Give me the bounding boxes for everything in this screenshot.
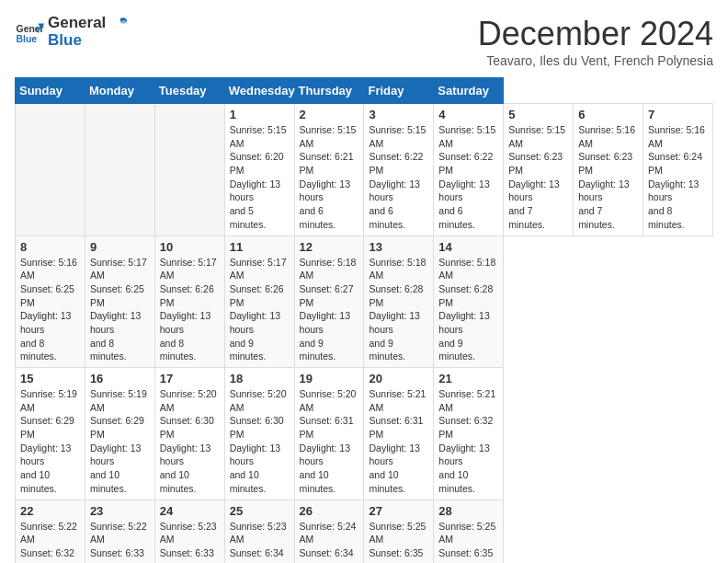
day-number: 25	[230, 504, 290, 518]
day-info: Sunrise: 5:18 AMSunset: 6:28 PMDaylight:…	[438, 256, 498, 364]
calendar-cell: 21Sunrise: 5:21 AMSunset: 6:32 PMDayligh…	[434, 368, 504, 500]
day-info: Sunrise: 5:16 AMSunset: 6:25 PMDaylight:…	[20, 256, 80, 364]
calendar-day-header: Sunday	[16, 78, 85, 104]
calendar-cell: 8Sunrise: 5:16 AMSunset: 6:25 PMDaylight…	[16, 236, 85, 368]
calendar-cell: 3Sunrise: 5:15 AMSunset: 6:22 PMDaylight…	[364, 104, 434, 236]
calendar-cell: 1Sunrise: 5:15 AMSunset: 6:20 PMDaylight…	[224, 104, 294, 236]
calendar-cell: 5Sunrise: 5:15 AMSunset: 6:23 PMDaylight…	[504, 104, 574, 236]
calendar-cell: 23Sunrise: 5:22 AMSunset: 6:33 PMDayligh…	[85, 500, 154, 563]
calendar-table: SundayMondayTuesdayWednesdayThursdayFrid…	[15, 77, 713, 563]
location-subtitle: Teavaro, Iles du Vent, French Polynesia	[478, 53, 713, 68]
day-info: Sunrise: 5:19 AMSunset: 6:29 PMDaylight:…	[20, 387, 80, 496]
day-number: 15	[20, 372, 80, 385]
calendar-cell: 18Sunrise: 5:20 AMSunset: 6:30 PMDayligh…	[224, 368, 294, 500]
calendar-day-header: Thursday	[294, 78, 364, 104]
calendar-week-row: 22Sunrise: 5:22 AMSunset: 6:32 PMDayligh…	[16, 500, 713, 563]
logo-blue: Blue	[48, 32, 129, 50]
calendar-cell: 13Sunrise: 5:18 AMSunset: 6:28 PMDayligh…	[364, 236, 434, 368]
day-number: 3	[369, 108, 428, 121]
day-info: Sunrise: 5:22 AMSunset: 6:32 PMDaylight:…	[20, 520, 80, 564]
day-number: 22	[20, 504, 80, 518]
calendar-cell	[85, 104, 154, 236]
day-info: Sunrise: 5:15 AMSunset: 6:22 PMDaylight:…	[369, 123, 428, 232]
month-title: December 2024	[478, 15, 713, 53]
calendar-cell	[16, 104, 85, 236]
calendar-day-header: Wednesday	[224, 78, 294, 104]
day-number: 27	[369, 504, 428, 518]
day-info: Sunrise: 5:15 AMSunset: 6:23 PMDaylight:…	[508, 123, 568, 232]
calendar-week-row: 8Sunrise: 5:16 AMSunset: 6:25 PMDaylight…	[16, 236, 713, 368]
day-number: 26	[300, 504, 359, 518]
calendar-day-header: Saturday	[434, 78, 504, 104]
page-header: General Blue General Blue December 2024 …	[15, 15, 713, 68]
calendar-week-row: 15Sunrise: 5:19 AMSunset: 6:29 PMDayligh…	[16, 368, 713, 500]
calendar-cell: 22Sunrise: 5:22 AMSunset: 6:32 PMDayligh…	[16, 500, 85, 563]
logo: General Blue General Blue	[15, 15, 129, 49]
day-number: 1	[230, 108, 290, 121]
calendar-cell: 24Sunrise: 5:23 AMSunset: 6:33 PMDayligh…	[154, 500, 224, 563]
calendar-cell: 17Sunrise: 5:20 AMSunset: 6:30 PMDayligh…	[154, 368, 224, 500]
calendar-cell: 2Sunrise: 5:15 AMSunset: 6:21 PMDaylight…	[294, 104, 364, 236]
day-info: Sunrise: 5:18 AMSunset: 6:27 PMDaylight:…	[300, 256, 359, 364]
logo-general: General	[48, 14, 106, 31]
calendar-cell: 10Sunrise: 5:17 AMSunset: 6:26 PMDayligh…	[154, 236, 224, 368]
day-info: Sunrise: 5:17 AMSunset: 6:26 PMDaylight:…	[230, 256, 290, 364]
day-number: 28	[438, 504, 498, 518]
day-number: 7	[648, 108, 708, 121]
calendar-cell: 19Sunrise: 5:20 AMSunset: 6:31 PMDayligh…	[294, 368, 364, 500]
day-info: Sunrise: 5:20 AMSunset: 6:30 PMDaylight:…	[160, 387, 220, 496]
calendar-day-header: Friday	[364, 78, 434, 104]
day-info: Sunrise: 5:16 AMSunset: 6:24 PMDaylight:…	[648, 123, 708, 232]
day-info: Sunrise: 5:23 AMSunset: 6:33 PMDaylight:…	[160, 520, 220, 564]
day-info: Sunrise: 5:17 AMSunset: 6:25 PMDaylight:…	[90, 256, 150, 364]
day-info: Sunrise: 5:25 AMSunset: 6:35 PMDaylight:…	[369, 520, 428, 564]
svg-text:Blue: Blue	[17, 34, 38, 44]
day-info: Sunrise: 5:19 AMSunset: 6:29 PMDaylight:…	[90, 387, 150, 496]
day-number: 5	[508, 108, 568, 121]
day-info: Sunrise: 5:16 AMSunset: 6:23 PMDaylight:…	[578, 123, 638, 232]
day-number: 17	[160, 372, 220, 385]
calendar-cell: 20Sunrise: 5:21 AMSunset: 6:31 PMDayligh…	[364, 368, 434, 500]
day-info: Sunrise: 5:20 AMSunset: 6:30 PMDaylight:…	[230, 387, 290, 496]
calendar-cell: 7Sunrise: 5:16 AMSunset: 6:24 PMDaylight…	[643, 104, 713, 236]
day-number: 4	[438, 108, 498, 121]
day-number: 19	[300, 372, 359, 385]
day-number: 2	[300, 108, 359, 121]
day-info: Sunrise: 5:15 AMSunset: 6:21 PMDaylight:…	[300, 123, 359, 232]
day-number: 24	[160, 504, 220, 518]
day-info: Sunrise: 5:21 AMSunset: 6:31 PMDaylight:…	[369, 387, 428, 496]
calendar-cell: 11Sunrise: 5:17 AMSunset: 6:26 PMDayligh…	[224, 236, 294, 368]
day-info: Sunrise: 5:15 AMSunset: 6:20 PMDaylight:…	[230, 123, 290, 232]
day-number: 16	[90, 372, 150, 385]
day-number: 13	[369, 240, 428, 254]
day-number: 12	[300, 240, 359, 254]
day-number: 10	[160, 240, 220, 254]
day-info: Sunrise: 5:17 AMSunset: 6:26 PMDaylight:…	[160, 256, 220, 364]
calendar-cell: 4Sunrise: 5:15 AMSunset: 6:22 PMDaylight…	[434, 104, 504, 236]
day-number: 9	[90, 240, 150, 254]
calendar-week-row: 1Sunrise: 5:15 AMSunset: 6:20 PMDaylight…	[16, 104, 713, 236]
day-info: Sunrise: 5:23 AMSunset: 6:34 PMDaylight:…	[230, 520, 290, 564]
calendar-cell: 26Sunrise: 5:24 AMSunset: 6:34 PMDayligh…	[294, 500, 364, 563]
day-number: 18	[230, 372, 290, 385]
day-info: Sunrise: 5:24 AMSunset: 6:34 PMDaylight:…	[300, 520, 359, 564]
logo-icon: General Blue	[15, 17, 44, 47]
calendar-cell: 6Sunrise: 5:16 AMSunset: 6:23 PMDaylight…	[574, 104, 643, 236]
calendar-cell: 28Sunrise: 5:25 AMSunset: 6:35 PMDayligh…	[434, 500, 504, 563]
day-info: Sunrise: 5:15 AMSunset: 6:22 PMDaylight:…	[438, 123, 498, 232]
calendar-header-row: SundayMondayTuesdayWednesdayThursdayFrid…	[16, 78, 713, 104]
calendar-cell: 16Sunrise: 5:19 AMSunset: 6:29 PMDayligh…	[85, 368, 154, 500]
calendar-cell: 12Sunrise: 5:18 AMSunset: 6:27 PMDayligh…	[294, 236, 364, 368]
day-number: 11	[230, 240, 290, 254]
calendar-day-header: Monday	[85, 78, 154, 104]
day-info: Sunrise: 5:20 AMSunset: 6:31 PMDaylight:…	[300, 387, 359, 496]
title-block: December 2024 Teavaro, Iles du Vent, Fre…	[478, 15, 713, 68]
day-number: 14	[438, 240, 498, 254]
calendar-cell: 14Sunrise: 5:18 AMSunset: 6:28 PMDayligh…	[434, 236, 504, 368]
calendar-cell	[154, 104, 224, 236]
calendar-cell: 15Sunrise: 5:19 AMSunset: 6:29 PMDayligh…	[16, 368, 85, 500]
logo-bird-icon	[112, 16, 129, 32]
day-number: 6	[578, 108, 638, 121]
day-number: 20	[369, 372, 428, 385]
calendar-cell: 25Sunrise: 5:23 AMSunset: 6:34 PMDayligh…	[224, 500, 294, 563]
